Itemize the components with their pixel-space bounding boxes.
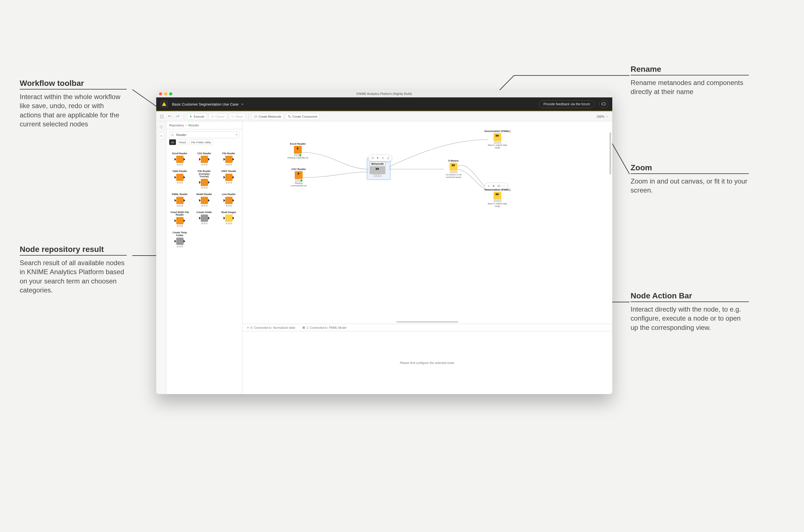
redo-button[interactable] bbox=[174, 113, 181, 120]
workflow-tab[interactable]: Basic Customer Segmentation Use Case × bbox=[172, 102, 244, 107]
canvas-node-denorm-top[interactable]: Denormalizer (PMML) Back to original dat… bbox=[484, 130, 510, 149]
repo-node-name: File Reader bbox=[223, 152, 235, 155]
rail-info-button[interactable] bbox=[158, 124, 165, 130]
output-port[interactable] bbox=[298, 172, 300, 175]
repo-node-name: File Reader (Complex Format) bbox=[194, 170, 214, 178]
workflow-toolbar: Execute Cancel Reset Create Metanode Cre… bbox=[156, 112, 612, 121]
zoom-control[interactable]: 100% bbox=[595, 115, 610, 118]
node-status bbox=[295, 179, 302, 182]
save-button[interactable] bbox=[158, 113, 165, 120]
canvas-node-excel-reader[interactable]: Excel Reader Reading CallsData.xls bbox=[287, 142, 308, 159]
repo-node[interactable]: Fixed Width File Reader bbox=[168, 211, 191, 227]
repo-search-input[interactable] bbox=[169, 131, 239, 138]
repo-node[interactable]: Model Reader bbox=[193, 193, 216, 206]
port-tab-0[interactable]: 0: Connected to: Normalized table bbox=[247, 326, 295, 329]
output-port bbox=[208, 158, 210, 161]
square-port-icon bbox=[303, 326, 305, 329]
repo-node[interactable]: Create Temp Folder bbox=[168, 231, 191, 247]
workflow-tab-close[interactable]: × bbox=[241, 102, 244, 107]
svg-rect-17 bbox=[255, 115, 257, 117]
horizontal-scrollbar[interactable] bbox=[396, 321, 458, 323]
repo-node-status bbox=[201, 164, 208, 166]
action-configure[interactable] bbox=[370, 156, 375, 160]
repo-search: × bbox=[169, 131, 239, 138]
undo-button[interactable] bbox=[166, 113, 173, 120]
action-cancel[interactable] bbox=[381, 156, 385, 160]
callout-node-action-bar: Node Action Bar Interact directly with t… bbox=[631, 291, 749, 332]
repo-node-status bbox=[226, 164, 232, 166]
node-action-bar-metanode bbox=[368, 154, 392, 161]
breadcrumb-root[interactable]: Repository bbox=[169, 124, 184, 127]
node-status bbox=[450, 171, 457, 173]
svg-point-27 bbox=[372, 158, 373, 158]
port-tab-1[interactable]: 1: Connected to: PMML Model bbox=[303, 326, 346, 329]
repo-node[interactable]: CSV Reader bbox=[193, 152, 216, 166]
repo-tag[interactable]: Read bbox=[177, 139, 188, 145]
canvas-node-metanode[interactable]: Metanode bbox=[370, 162, 385, 177]
repo-node[interactable]: File Reader bbox=[217, 152, 241, 166]
repo-node[interactable]: Line Reader bbox=[217, 193, 241, 206]
repo-node-body bbox=[176, 156, 184, 163]
rail-add-button[interactable] bbox=[158, 133, 165, 139]
input-port bbox=[174, 240, 176, 243]
triangle-port-icon bbox=[247, 326, 249, 329]
callout-body: Zoom in and out canvas, or fit it to you… bbox=[631, 177, 749, 195]
action-open-view[interactable] bbox=[497, 184, 501, 188]
workflow-canvas[interactable]: Excel Reader Reading CallsData.xls CSV R… bbox=[242, 121, 612, 324]
reset-label: Reset bbox=[236, 115, 243, 118]
feedback-button[interactable]: Provide feedback via the forum bbox=[539, 100, 595, 108]
knime-logo-icon bbox=[161, 101, 167, 107]
callout-body: Rename metanodes and components directly… bbox=[631, 78, 749, 97]
callout-node-repository-result: Node repository result Search result of … bbox=[20, 245, 127, 295]
repo-tag[interactable]: File Folder Utility bbox=[189, 139, 213, 145]
input-port bbox=[199, 199, 201, 202]
callout-title: Rename bbox=[631, 65, 749, 75]
clear-search-button[interactable]: × bbox=[236, 133, 237, 137]
action-configure[interactable] bbox=[486, 184, 491, 188]
output-port[interactable] bbox=[497, 193, 499, 196]
repo-node[interactable]: Read Images bbox=[217, 211, 241, 227]
output-port[interactable] bbox=[378, 168, 379, 170]
repo-node-status bbox=[177, 225, 183, 227]
eye-icon bbox=[497, 184, 500, 188]
repo-tag[interactable]: IO bbox=[169, 139, 176, 145]
canvas-node-kmeans[interactable]: k-Means 10 clusters on all numerical inp… bbox=[442, 159, 465, 178]
action-more[interactable] bbox=[502, 184, 506, 188]
presentation-mode-button[interactable] bbox=[599, 100, 608, 108]
node-subtitle: Reading ContractData.csv bbox=[287, 182, 310, 187]
create-component-button[interactable]: Create Component bbox=[285, 113, 320, 120]
metanode-name-chip[interactable]: Metanode bbox=[370, 162, 385, 166]
input-port bbox=[174, 199, 176, 202]
execute-label: Execute bbox=[194, 115, 204, 118]
input-port bbox=[199, 158, 201, 161]
svg-marker-14 bbox=[190, 115, 192, 117]
repo-node[interactable]: File Reader (Complex Format) bbox=[193, 170, 216, 189]
canvas-node-csv-reader[interactable]: CSV Reader Reading ContractData.csv bbox=[287, 168, 310, 187]
repo-node[interactable]: Create Folder bbox=[193, 211, 216, 227]
repo-node[interactable]: ARFF Reader bbox=[217, 170, 241, 189]
repo-node[interactable]: Table Reader bbox=[168, 170, 191, 189]
canvas-node-denorm-bottom[interactable]: Denormalizer (PMML) Back to original dat… bbox=[484, 188, 510, 207]
svg-rect-13 bbox=[602, 103, 605, 105]
repo-node-body bbox=[225, 174, 232, 181]
execute-button[interactable]: Execute bbox=[187, 113, 207, 120]
output-port[interactable] bbox=[497, 134, 499, 137]
cancel-icon bbox=[211, 115, 214, 118]
output-port[interactable] bbox=[454, 164, 455, 167]
action-reset[interactable] bbox=[386, 156, 390, 160]
vertical-scrollbar[interactable] bbox=[610, 132, 611, 174]
repo-node[interactable]: Excel Reader bbox=[168, 152, 191, 166]
output-port bbox=[232, 199, 234, 202]
callout-zoom: Zoom Zoom in and out canvas, or fit it t… bbox=[631, 163, 749, 195]
cancel-button[interactable]: Cancel bbox=[209, 113, 227, 120]
reset-button[interactable]: Reset bbox=[229, 113, 246, 120]
repo-node[interactable]: PMML Reader bbox=[168, 193, 191, 206]
svg-line-26 bbox=[173, 136, 174, 136]
output-port[interactable] bbox=[297, 147, 299, 150]
action-execute[interactable] bbox=[376, 156, 380, 160]
repo-node-name: Create Folder bbox=[196, 211, 212, 214]
input-port bbox=[174, 158, 176, 161]
create-metanode-button[interactable]: Create Metanode bbox=[252, 113, 284, 120]
repo-node-body bbox=[201, 197, 208, 204]
action-execute[interactable] bbox=[492, 184, 496, 188]
